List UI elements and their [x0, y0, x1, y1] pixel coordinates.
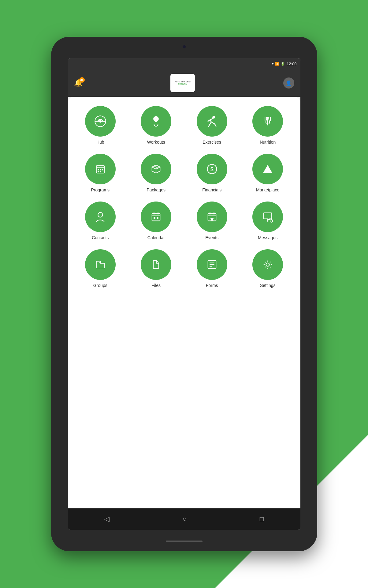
menu-item-forms[interactable]: Forms	[186, 249, 239, 288]
menu-item-messages[interactable]: Messages	[241, 202, 294, 240]
menu-item-nutrition[interactable]: Nutrition	[241, 106, 294, 145]
marketplace-label: Marketplace	[256, 187, 279, 192]
nutrition-label: Nutrition	[260, 140, 276, 145]
home-button[interactable]: ○	[177, 512, 193, 526]
svg-point-29	[270, 220, 273, 222]
svg-text:$: $	[210, 166, 214, 172]
menu-item-workouts[interactable]: Workouts	[130, 106, 183, 145]
workouts-icon	[141, 106, 171, 137]
signal-icon: 📶	[275, 62, 279, 66]
svg-point-9	[102, 169, 103, 170]
app-header: 🔔 34 PETE KIPKUSKI FITNESS 👤	[68, 69, 300, 97]
menu-item-events[interactable]: Events	[186, 202, 239, 240]
files-icon	[141, 249, 171, 280]
svg-point-11	[100, 171, 101, 172]
menu-item-calendar[interactable]: Calendar	[130, 202, 183, 240]
menu-item-exercises[interactable]: Exercises	[186, 106, 239, 145]
financials-icon: $	[197, 154, 227, 184]
groups-label: Groups	[93, 283, 107, 288]
recent-button[interactable]: □	[254, 512, 270, 526]
svg-point-28	[269, 219, 270, 220]
tablet-bottom-bar	[166, 541, 203, 542]
hub-icon	[85, 106, 116, 137]
contacts-icon	[85, 202, 116, 232]
user-avatar[interactable]: 👤	[283, 77, 294, 89]
menu-item-packages[interactable]: Packages	[130, 154, 183, 192]
svg-rect-17	[152, 213, 160, 221]
bottom-nav: ◁ ○ □	[68, 508, 300, 530]
packages-label: Packages	[147, 187, 165, 192]
hub-label: Hub	[96, 140, 104, 145]
menu-item-marketplace[interactable]: Marketplace	[241, 154, 294, 192]
calendar-label: Calendar	[147, 235, 165, 240]
svg-point-7	[98, 169, 99, 170]
status-bar: ▾ 📶 🔋 12:00	[68, 58, 300, 69]
svg-marker-15	[263, 165, 273, 173]
menu-item-groups[interactable]: Groups	[74, 249, 127, 288]
settings-icon	[252, 249, 283, 280]
calendar-icon	[141, 202, 171, 232]
exercises-icon	[197, 106, 227, 137]
back-button[interactable]: ◁	[98, 512, 116, 526]
marketplace-icon	[252, 154, 283, 184]
main-content: HubWorkoutsExercisesNutritionProgramsPac…	[68, 97, 300, 508]
app-logo: PETE KIPKUSKI FITNESS	[170, 74, 195, 92]
exercises-label: Exercises	[203, 140, 221, 145]
menu-item-programs[interactable]: Programs	[74, 154, 127, 192]
contacts-label: Contacts	[92, 235, 109, 240]
forms-label: Forms	[206, 283, 218, 288]
notification-bell[interactable]: 🔔 34	[74, 79, 82, 87]
nutrition-icon	[252, 106, 283, 137]
groups-icon	[85, 249, 116, 280]
svg-point-10	[98, 171, 99, 172]
events-icon	[197, 202, 227, 232]
svg-rect-22	[157, 217, 158, 219]
battery-icon: 🔋	[281, 62, 285, 66]
camera	[183, 45, 186, 48]
workouts-label: Workouts	[147, 140, 165, 145]
forms-icon	[197, 249, 227, 280]
packages-icon	[141, 154, 171, 184]
svg-point-8	[100, 169, 101, 170]
messages-label: Messages	[258, 235, 277, 240]
programs-icon	[85, 154, 116, 184]
events-label: Events	[205, 235, 218, 240]
menu-item-hub[interactable]: Hub	[74, 106, 127, 145]
menu-item-files[interactable]: Files	[130, 249, 183, 288]
svg-rect-21	[154, 217, 156, 219]
messages-icon	[252, 202, 283, 232]
svg-point-34	[266, 263, 269, 266]
svg-point-16	[98, 213, 102, 217]
menu-item-settings[interactable]: Settings	[241, 249, 294, 288]
tablet-screen: ▾ 📶 🔋 12:00 🔔 34 PETE KIPKUSKI FITNESS 👤	[68, 58, 300, 530]
menu-item-financials[interactable]: $Financials	[186, 154, 239, 192]
menu-item-contacts[interactable]: Contacts	[74, 202, 127, 240]
status-icons: ▾ 📶 🔋	[272, 62, 285, 66]
programs-label: Programs	[91, 187, 110, 192]
menu-grid: HubWorkoutsExercisesNutritionProgramsPac…	[74, 106, 294, 288]
settings-label: Settings	[260, 283, 276, 288]
status-time: 12:00	[287, 62, 297, 66]
wifi-icon: ▾	[272, 62, 274, 66]
files-label: Files	[151, 283, 161, 288]
notification-badge: 34	[79, 77, 85, 83]
financials-label: Financials	[202, 187, 221, 192]
